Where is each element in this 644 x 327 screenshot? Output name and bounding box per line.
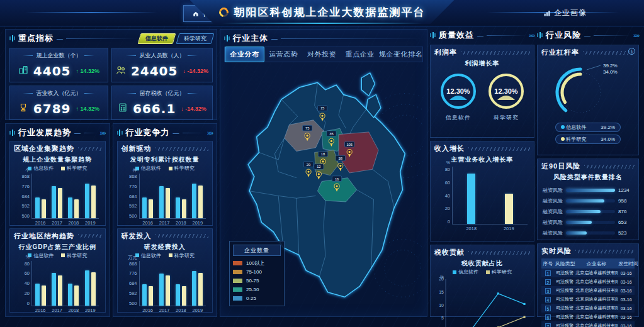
table-header-序号: 序号 — [541, 258, 555, 269]
row-number-badge: 4 — [545, 297, 551, 302]
leverage-legend-item[interactable]: 信息软件39.2% — [555, 123, 621, 132]
bar — [52, 273, 56, 305]
tab-企业分布[interactable]: 企业分布 — [225, 47, 264, 62]
bar-group: 2018 — [467, 167, 475, 224]
bar-group: 2017 — [159, 174, 170, 218]
cluster-trend-chart: 规上企业数量集聚趋势信息软件科学研究个868776684592500201620… — [14, 153, 101, 223]
table-row[interactable]: 6司法预警北京启迪卓越科技有限公司03-16 — [541, 313, 635, 321]
legend-label: 50-75 — [246, 278, 259, 284]
cell-risk-type: 司法预警 — [555, 269, 575, 277]
industry-trend-panel: 行业发展趋势 — »» 区域企业集聚趋势 规上企业数量集聚趋势信息软件科学研究个… — [5, 123, 110, 317]
left-chart-row: 行业发展趋势 — »» 区域企业集聚趋势 规上企业数量集聚趋势信息软件科学研究个… — [5, 123, 217, 317]
header-rule — [183, 133, 204, 133]
cluster-trend-card: 区域企业集聚趋势 规上企业数量集聚趋势信息软件科学研究个868776684592… — [9, 141, 106, 226]
title-dash: — — [271, 35, 278, 42]
legend-item: 科学研究 — [169, 165, 195, 172]
x-tick: 2018 — [176, 220, 186, 226]
left-column: 重点指标 — 信息软件科学研究 规上企业数（个）4405↑ 14.32%从业人员… — [5, 29, 217, 317]
y-tick: 80 — [445, 167, 450, 172]
gauge-label: 信息软件 — [446, 114, 471, 122]
table-row[interactable]: 1司法预警北京启迪卓越科技有限公司03-16 — [541, 269, 635, 277]
kpi-card[interactable]: 营业收入（亿元）6789↑ 14.32% — [9, 86, 108, 120]
kpi-card[interactable]: 从业人员数（人）24405↓ -14.32% — [111, 48, 213, 82]
risk-bar — [566, 189, 615, 192]
chart-y-axis: %806040200 — [15, 261, 31, 306]
risk-bar-row[interactable]: 融资风险1234 — [541, 185, 635, 196]
bar — [68, 197, 72, 218]
expand-arrows-icon[interactable]: »» — [529, 32, 534, 39]
table-row[interactable]: 2司法预警北京启迪卓越科技有限公司03-16 — [541, 277, 635, 286]
slash-deco — [78, 234, 101, 238]
chart-legend: 信息软件科学研究 — [434, 269, 530, 275]
y-tick: 868 — [129, 174, 137, 179]
cell-risk-type: 司法预警 — [555, 295, 575, 304]
industry-main-title: 行业主体 — [233, 33, 268, 44]
bar — [149, 199, 153, 218]
tab-运营态势[interactable]: 运营态势 — [264, 47, 303, 62]
section-marker-icon — [117, 130, 123, 136]
tab-对外投资[interactable]: 对外投资 — [303, 47, 341, 62]
expand-arrows-icon[interactable]: »» — [99, 130, 105, 136]
slash-deco — [575, 250, 635, 253]
building-icon — [18, 65, 28, 77]
leverage-legend-item[interactable]: 科学研究34.0% — [555, 135, 621, 144]
y-tick: 592 — [129, 291, 137, 296]
nav-enterprise-portrait[interactable]: 企业画像 — [535, 5, 595, 21]
bar — [85, 184, 89, 218]
section-marker-icon — [9, 130, 15, 136]
kpi-card[interactable]: 规上企业数（个）4405↑ 14.32% — [9, 48, 108, 82]
realtime-risk-card-title: 实时风险 — [541, 247, 572, 256]
table-row[interactable]: 7司法预警北京启迪卓越科技有限公司03-16 — [541, 321, 635, 327]
risk-bar-row[interactable]: 融资风险876 — [541, 206, 635, 217]
kpi-value: 24405 — [131, 64, 178, 79]
slash-deco — [584, 165, 635, 169]
kpi-delta: ↓ -14.32% — [181, 106, 206, 112]
quality-title: 质量效益 — [439, 30, 474, 41]
risk-bar-row[interactable]: 融资风险653 — [541, 217, 635, 228]
bar — [74, 199, 79, 218]
table-row[interactable]: 5司法预警北京启迪卓越科技有限公司03-16 — [541, 304, 635, 313]
cell-no: 7 — [541, 321, 555, 327]
kpi-card[interactable]: 留存税收（亿元）666.1↓ -14.32% — [111, 86, 213, 120]
risk-bar-row[interactable]: 融资风险958 — [541, 196, 635, 206]
x-tick: 2016 — [35, 220, 46, 226]
y-tick: 776 — [129, 184, 137, 189]
expand-arrows-icon[interactable]: »» — [207, 130, 213, 136]
kpi-filter-科学研究[interactable]: 科学研究 — [176, 33, 215, 44]
risk-bar-track — [566, 199, 615, 202]
y-tick: 684 — [129, 194, 137, 199]
kpi-delta: ↑ 14.32% — [76, 68, 100, 74]
table-row[interactable]: 3司法预警北京启迪卓越科技有限公司03-16 — [541, 286, 635, 295]
legend-item: 信息软件 — [135, 252, 161, 259]
svg-text:39.2%: 39.2% — [603, 63, 618, 69]
map-legend-rows: 100以上75-10050-7525-500-25 — [233, 258, 281, 302]
profit-gauge: 12.30%科学研究 — [487, 72, 526, 122]
risk-bar-row[interactable]: 融资风险523 — [541, 228, 635, 238]
tab-规企变化排名[interactable]: 规企变化排名 — [379, 47, 422, 62]
kpi-card-label: 从业人员数（人） — [116, 52, 208, 60]
gdp-share-chart: 行业GDP占第三产业比例信息软件科学研究%8060402002016201720… — [14, 241, 101, 310]
kpi-filter-信息软件[interactable]: 信息软件 — [138, 33, 176, 44]
title-dash: — — [477, 32, 483, 39]
tax-contribution-chart: 税收贡献占比信息软件科学研究05101520%2016201720182019 — [434, 257, 530, 314]
rnd-card-title: 研发投入 — [121, 231, 152, 241]
bar — [166, 188, 170, 218]
expand-arrows-icon[interactable]: »» — [633, 32, 639, 39]
slash-deco — [78, 147, 101, 151]
risk-bar-value: 876 — [618, 209, 635, 214]
risk-bar-track — [566, 221, 615, 224]
industry-trend-title: 行业发展趋势 — [18, 127, 71, 138]
cell-time: 03-16 — [618, 313, 635, 321]
cell-risk-type: 司法预警 — [555, 313, 575, 321]
title-dash: — — [57, 35, 63, 42]
cell-no: 2 — [541, 277, 555, 286]
legend-swatch — [486, 270, 490, 274]
info-icon[interactable]: i — [628, 48, 635, 55]
x-tick: 2018 — [69, 220, 79, 226]
chart-plot: 2016201720182019 — [139, 261, 206, 306]
legend-item: 信息软件 — [453, 269, 478, 275]
table-row[interactable]: 4司法预警北京启迪卓越科技有限公司03-16 — [541, 295, 635, 304]
tab-重点企业[interactable]: 重点企业 — [341, 47, 379, 62]
bar — [58, 275, 62, 306]
chart-title: 税收贡献占比 — [434, 259, 530, 268]
